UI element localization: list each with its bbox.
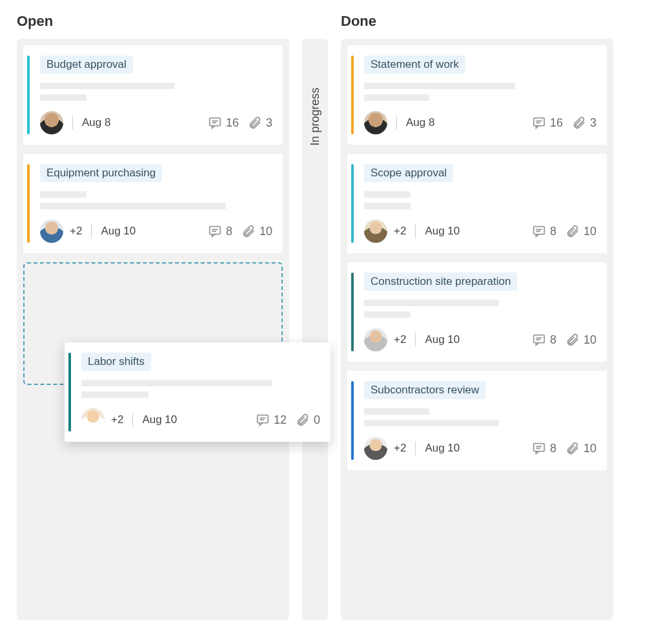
card-title-tag: Scope approval bbox=[364, 164, 453, 182]
avatar[interactable] bbox=[81, 408, 105, 431]
card-title-tag: Equipment purchasing bbox=[40, 164, 162, 182]
attachments-count[interactable]: 10 bbox=[565, 224, 596, 238]
separator bbox=[132, 413, 133, 427]
column-title: Done bbox=[341, 13, 613, 30]
separator bbox=[91, 224, 92, 238]
separator bbox=[396, 116, 397, 130]
column-in-progress-wrapper: In progress bbox=[302, 13, 328, 620]
comment-icon bbox=[532, 333, 546, 347]
comment-icon bbox=[532, 116, 546, 130]
comment-icon bbox=[532, 441, 546, 455]
attachment-icon bbox=[565, 333, 580, 347]
card-description-placeholder bbox=[364, 191, 596, 209]
card-title-tag: Subcontractors review bbox=[364, 381, 485, 399]
card-date: Aug 10 bbox=[425, 442, 460, 455]
card-title-tag: Construction site preparation bbox=[364, 273, 517, 291]
card-description-placeholder bbox=[364, 83, 596, 101]
column-open-wrapper: Open Budget approval Aug 8 bbox=[17, 13, 289, 620]
attachment-icon bbox=[248, 116, 262, 130]
avatar[interactable] bbox=[364, 111, 387, 134]
card-description-placeholder bbox=[40, 83, 272, 101]
card-date: Aug 10 bbox=[425, 333, 460, 346]
attachments-count[interactable]: 10 bbox=[241, 224, 272, 238]
comments-count[interactable]: 16 bbox=[532, 116, 563, 130]
column-title: Open bbox=[17, 13, 289, 30]
card-date: Aug 10 bbox=[425, 225, 460, 238]
task-card-dragging[interactable]: Labor shifts +2 Aug 10 12 0 bbox=[65, 342, 330, 442]
attachments-count[interactable]: 10 bbox=[565, 441, 596, 455]
card-title-tag: Budget approval bbox=[40, 56, 133, 74]
task-card[interactable]: Budget approval Aug 8 1 bbox=[23, 45, 283, 145]
separator bbox=[415, 441, 416, 455]
avatar[interactable] bbox=[40, 220, 63, 243]
attachment-icon bbox=[565, 441, 580, 455]
avatar[interactable] bbox=[40, 111, 63, 134]
card-color-stripe bbox=[27, 56, 30, 134]
task-card[interactable]: Equipment purchasing +2 Aug 10 bbox=[23, 154, 283, 253]
extra-assignees[interactable]: +2 bbox=[394, 225, 406, 238]
card-description-placeholder bbox=[364, 300, 596, 318]
card-color-stripe bbox=[27, 164, 30, 243]
card-date: Aug 10 bbox=[101, 225, 136, 238]
column-done-wrapper: Done Statement of work Aug 8 bbox=[341, 13, 613, 620]
kanban-board: Open Budget approval Aug 8 bbox=[0, 0, 661, 633]
comments-count[interactable]: 8 bbox=[532, 224, 556, 238]
comment-icon bbox=[256, 413, 270, 427]
comment-icon bbox=[208, 116, 222, 130]
card-color-stripe bbox=[351, 56, 354, 134]
column-open[interactable]: Budget approval Aug 8 1 bbox=[17, 39, 289, 620]
comments-count[interactable]: 8 bbox=[208, 224, 232, 238]
card-date: Aug 8 bbox=[82, 116, 110, 129]
card-color-stripe bbox=[351, 273, 354, 351]
column-title-spacer bbox=[302, 13, 328, 30]
avatar[interactable] bbox=[364, 437, 387, 460]
card-color-stripe bbox=[68, 353, 71, 431]
card-title-tag: Labor shifts bbox=[81, 353, 151, 371]
attachment-icon bbox=[565, 224, 580, 238]
card-description-placeholder bbox=[364, 408, 596, 426]
extra-assignees[interactable]: +2 bbox=[394, 442, 406, 455]
column-title: In progress bbox=[309, 87, 322, 145]
extra-assignees[interactable]: +2 bbox=[70, 225, 82, 238]
card-date: Aug 8 bbox=[406, 116, 434, 129]
comments-count[interactable]: 16 bbox=[208, 116, 239, 130]
avatar[interactable] bbox=[364, 220, 387, 243]
comment-icon bbox=[532, 224, 546, 238]
task-card[interactable]: Subcontractors review +2 Aug 10 8 bbox=[347, 371, 607, 470]
comments-count[interactable]: 8 bbox=[532, 333, 556, 347]
separator bbox=[415, 224, 416, 238]
task-card[interactable]: Scope approval +2 Aug 10 8 10 bbox=[347, 154, 607, 253]
extra-assignees[interactable]: +2 bbox=[394, 333, 406, 346]
column-in-progress-collapsed[interactable]: In progress bbox=[302, 39, 328, 620]
attachment-icon bbox=[572, 116, 586, 130]
card-color-stripe bbox=[351, 381, 354, 460]
column-done[interactable]: Statement of work Aug 8 16 3 bbox=[341, 39, 613, 620]
task-card[interactable]: Statement of work Aug 8 16 3 bbox=[347, 45, 607, 145]
attachment-icon bbox=[241, 224, 256, 238]
card-description-placeholder bbox=[40, 191, 272, 209]
separator bbox=[415, 333, 416, 347]
comment-icon bbox=[208, 224, 222, 238]
attachments-count[interactable]: 10 bbox=[565, 333, 596, 347]
task-card[interactable]: Construction site preparation +2 Aug 10 … bbox=[347, 262, 607, 362]
attachments-count[interactable]: 0 bbox=[296, 413, 320, 427]
comments-count[interactable]: 8 bbox=[532, 441, 556, 455]
separator bbox=[72, 116, 73, 130]
extra-assignees[interactable]: +2 bbox=[111, 413, 123, 426]
comments-count[interactable]: 12 bbox=[256, 413, 287, 427]
card-date: Aug 10 bbox=[142, 413, 177, 426]
attachments-count[interactable]: 3 bbox=[572, 116, 596, 130]
card-description-placeholder bbox=[81, 380, 320, 398]
card-color-stripe bbox=[351, 164, 354, 243]
attachment-icon bbox=[296, 413, 310, 427]
card-title-tag: Statement of work bbox=[364, 56, 465, 74]
avatar[interactable] bbox=[364, 328, 387, 351]
attachments-count[interactable]: 3 bbox=[248, 116, 272, 130]
